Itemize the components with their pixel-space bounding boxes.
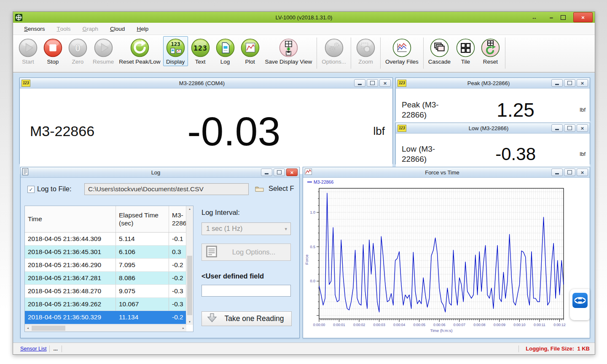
select-file-button[interactable]: Select F	[269, 185, 298, 193]
table-row[interactable]: 2018-04-05 21:36:47.2818.086-0.2	[25, 272, 187, 285]
peak-maximize-button[interactable]	[564, 79, 575, 87]
app-close-button[interactable]: ×	[573, 12, 593, 22]
log-maximize-button[interactable]	[274, 169, 285, 176]
status-more-button[interactable]: ...	[52, 346, 59, 352]
scroll-up-icon: ▲	[186, 206, 193, 212]
log-interval-dropdown[interactable]: 1 sec (1 Hz)▾	[201, 222, 291, 235]
table-cell: 2018-04-05 21:36:46.290	[25, 259, 116, 272]
toolbar: StartStop0ZeroResumeReset Peak/Low123Dis…	[13, 35, 595, 72]
table-cell: -0.1	[169, 233, 187, 246]
log-table-vscrollbar[interactable]: ▲ ▼	[186, 206, 193, 325]
display-maximize-button[interactable]	[367, 79, 378, 87]
svg-text:0:00:11: 0:00:11	[534, 323, 545, 327]
take-one-reading-button[interactable]: Take one Reading	[201, 311, 292, 326]
sensor-list-link[interactable]: Sensor List	[20, 346, 47, 352]
column-header-elapsed[interactable]: Elapsed Time (sec)	[116, 206, 169, 232]
toolbar-button-overlay-files[interactable]: Overlay Files	[383, 36, 421, 66]
low-label: Low (M3-22866)	[402, 144, 451, 164]
log-file-path-input[interactable]: C:\Users\stockvue\Documents\test.CSV	[84, 183, 249, 195]
resize-arrows-icon[interactable]: ↔	[532, 14, 537, 21]
toolbar-button-tile[interactable]: Tile	[453, 36, 478, 66]
column-header-time[interactable]: Time	[25, 206, 116, 232]
display-window: 123 M3-22866 (COM4) × M3-22866 -0.03 lbf	[19, 78, 393, 164]
low-unit: lbf	[580, 151, 586, 157]
toolbar-button-label: Tile	[461, 59, 470, 65]
plot-legend: M3-22866	[307, 179, 333, 185]
toolbar-button-label: Stop	[47, 59, 59, 65]
app-titlebar: LV-1000 (v2018.1.31.0) ↔ – ×	[13, 12, 595, 23]
svg-text:0:00:03: 0:00:03	[373, 323, 385, 327]
display-close-button[interactable]: ×	[379, 79, 391, 87]
toolbar-button-stop[interactable]: Stop	[40, 36, 65, 66]
toolbar-separator	[380, 37, 381, 69]
display-window-titlebar: 123 M3-22866 (COM4) ×	[20, 78, 392, 88]
menu-cloud[interactable]: Cloud	[104, 23, 131, 35]
toolbar-button-reset-peak-low[interactable]: Reset Peak/Low	[116, 36, 163, 66]
toolbar-button-reset[interactable]: Reset	[478, 36, 503, 66]
toolbar-button-label: Display	[166, 59, 185, 65]
vscroll-thumb	[187, 256, 192, 315]
table-cell: 2018-04-05 21:36:44.309	[25, 233, 116, 246]
logging-status-text: Logging, File Size: 1 KB	[526, 345, 590, 352]
log-table-hscrollbar[interactable]: ◄ ►	[25, 324, 186, 332]
display-minimize-button[interactable]	[354, 79, 365, 87]
toolbar-button-log[interactable]: Log	[213, 36, 238, 66]
menu-bar: SensorsToolsGraphCloudHelp	[13, 23, 595, 35]
table-cell: 2018-04-05 21:36:49.262	[25, 298, 116, 311]
toolbar-separator	[317, 37, 317, 69]
table-row[interactable]: 2018-04-05 21:36:48.2709.075-0.3	[25, 285, 187, 298]
teamviewer-tab[interactable]	[570, 289, 590, 320]
table-row[interactable]: 2018-04-05 21:36:50.32911.134-0.2	[25, 311, 187, 324]
toolbar-button-cascade[interactable]: Cascade	[426, 36, 453, 66]
peak-close-button[interactable]: ×	[577, 79, 588, 87]
peak-minimize-button[interactable]	[551, 79, 563, 87]
low-maximize-button[interactable]	[564, 124, 575, 132]
column-header-sensor[interactable]: M3-22866	[169, 206, 187, 232]
table-row[interactable]: 2018-04-05 21:36:44.3095.114-0.1	[25, 233, 187, 246]
log-close-button[interactable]: ×	[286, 169, 298, 176]
log-window-title: Log	[59, 169, 253, 176]
peak-window-titlebar: 123 Peak (M3-22866) ×	[396, 78, 590, 88]
svg-text:0: 0	[75, 43, 81, 54]
plot-chart-icon	[305, 169, 312, 177]
log-to-file-checkbox[interactable]: ✓	[27, 186, 35, 193]
table-row[interactable]: 2018-04-05 21:36:45.3016.1060.3	[25, 246, 187, 259]
toolbar-button-label: Start	[22, 59, 34, 65]
app-minimize-button[interactable]: –	[550, 14, 553, 21]
log-minimize-button[interactable]	[261, 169, 272, 176]
chevron-down-icon: ▾	[285, 223, 287, 235]
low-minimize-button[interactable]	[551, 124, 563, 132]
display-window-body: M3-22866 -0.03 lbf	[20, 88, 392, 174]
hscroll-thumb	[32, 326, 65, 331]
live-force-value: -0.03	[94, 108, 373, 155]
menu-sensors[interactable]: Sensors	[18, 23, 51, 35]
status-bar: Sensor List ... Logging, File Size: 1 KB	[13, 343, 595, 354]
force-plot-svg: 0:00:000:00:010:00:020:00:030:00:040:00:…	[304, 185, 587, 336]
toolbar-separator	[351, 37, 351, 69]
toolbar-button-save-display-view[interactable]: Save Display View	[263, 36, 315, 66]
user-defined-field-input[interactable]	[201, 285, 291, 297]
toolbar-button-label: Plot	[245, 59, 255, 65]
toolbar-button-label: Options...	[322, 59, 346, 65]
folder-icon[interactable]	[255, 185, 264, 194]
toolbar-button-resume: Resume	[90, 36, 116, 66]
app-restore-button[interactable]	[561, 15, 566, 20]
table-cell: 8.086	[116, 272, 169, 285]
toolbar-button-plot[interactable]: Plot	[238, 36, 263, 66]
plot-close-button[interactable]: ×	[577, 169, 588, 176]
svg-text:123: 123	[171, 41, 180, 47]
toolbar-button-options: Options...	[319, 36, 349, 66]
toolbar-button-label: Zero	[72, 59, 84, 65]
force-vs-time-chart: 0:00:000:00:010:00:020:00:030:00:040:00:…	[304, 185, 587, 336]
menu-help[interactable]: Help	[131, 23, 154, 35]
toolbar-button-display[interactable]: 123Display	[163, 36, 188, 66]
table-row[interactable]: 2018-04-05 21:36:46.2907.095-0.2	[25, 259, 187, 272]
plot-maximize-button[interactable]	[564, 169, 575, 176]
low-close-button[interactable]: ×	[577, 124, 588, 132]
table-row[interactable]: 2018-04-05 21:36:49.26210.067-0.3	[25, 298, 187, 311]
plot-minimize-button[interactable]	[551, 169, 563, 176]
svg-text:0:00:02: 0:00:02	[353, 323, 365, 327]
live-force-unit: lbf	[373, 125, 385, 138]
toolbar-button-text[interactable]: 123Text	[188, 36, 213, 66]
low-window-title: Low (M3-22866)	[434, 125, 543, 131]
